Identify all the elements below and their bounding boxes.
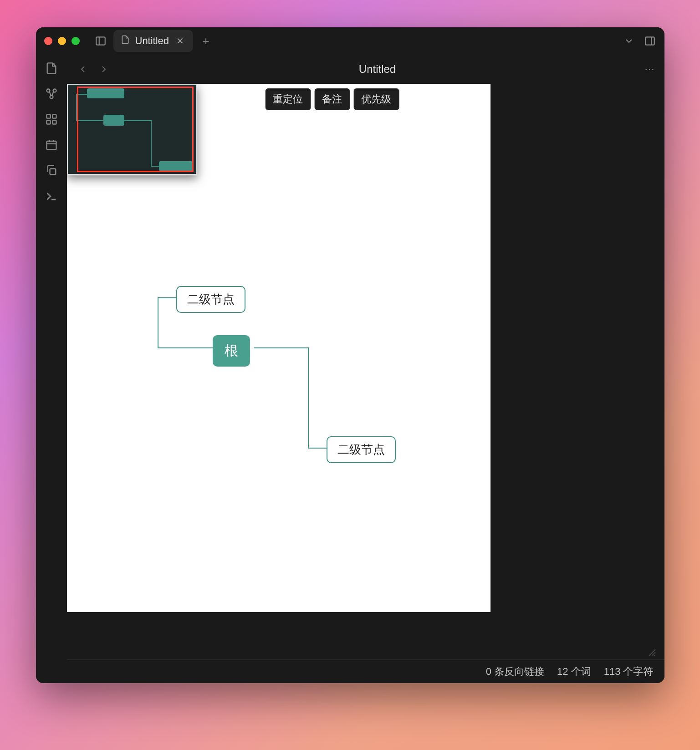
mindmap-toolbar: 重定位 备注 优先级 bbox=[265, 88, 399, 110]
file-icon bbox=[121, 35, 130, 47]
svg-rect-0 bbox=[96, 37, 105, 45]
grid-icon[interactable] bbox=[44, 112, 59, 127]
activity-bar bbox=[36, 55, 67, 683]
svg-line-9 bbox=[52, 92, 54, 95]
resize-handle[interactable] bbox=[648, 648, 656, 657]
status-backlinks[interactable]: 0 条反向链接 bbox=[486, 665, 544, 679]
mindmap-node-root[interactable]: 根 bbox=[213, 335, 250, 367]
svg-rect-11 bbox=[52, 115, 56, 118]
svg-rect-10 bbox=[46, 115, 50, 118]
svg-rect-2 bbox=[645, 37, 654, 45]
svg-line-8 bbox=[49, 92, 51, 95]
titlebar: Untitled ✕ + bbox=[36, 27, 664, 55]
files-icon[interactable] bbox=[44, 61, 59, 76]
body: Untitled ⋯ bbox=[36, 55, 664, 683]
status-char-count[interactable]: 113 个字符 bbox=[604, 665, 654, 679]
terminal-icon[interactable] bbox=[44, 189, 59, 203]
nav-forward-button[interactable] bbox=[97, 62, 111, 76]
svg-rect-18 bbox=[50, 169, 56, 175]
mindmap-node-child[interactable]: 二级节点 bbox=[176, 286, 245, 313]
note-button[interactable]: 备注 bbox=[314, 88, 350, 110]
editor: 重定位 备注 优先级 二级节点 根 bbox=[67, 84, 664, 659]
minimap[interactable] bbox=[67, 84, 197, 175]
priority-button[interactable]: 优先级 bbox=[353, 88, 399, 110]
tab-title: Untitled bbox=[135, 35, 169, 47]
traffic-lights bbox=[44, 37, 80, 45]
window-close-button[interactable] bbox=[44, 37, 52, 45]
svg-rect-14 bbox=[46, 141, 56, 150]
svg-point-7 bbox=[50, 96, 53, 99]
new-tab-button[interactable]: + bbox=[197, 32, 215, 50]
window-minimize-button[interactable] bbox=[58, 37, 66, 45]
right-gutter bbox=[491, 84, 659, 659]
relocate-button[interactable]: 重定位 bbox=[265, 88, 311, 110]
svg-rect-12 bbox=[46, 120, 50, 124]
node-label: 根 bbox=[225, 343, 238, 358]
calendar-icon[interactable] bbox=[44, 138, 59, 152]
chevron-down-icon[interactable] bbox=[623, 35, 635, 47]
more-menu-button[interactable]: ⋯ bbox=[644, 63, 655, 75]
minimap-viewport[interactable] bbox=[77, 87, 194, 172]
tab-bar: Untitled ✕ + bbox=[113, 27, 616, 55]
graph-icon[interactable] bbox=[44, 87, 59, 101]
status-bar: 0 条反向链接 12 个词 113 个字符 bbox=[67, 659, 664, 683]
window-maximize-button[interactable] bbox=[72, 37, 80, 45]
document-title: Untitled bbox=[118, 63, 637, 76]
nav-back-button[interactable] bbox=[76, 62, 90, 76]
main-area: Untitled ⋯ bbox=[67, 55, 664, 683]
mindmap-node-child[interactable]: 二级节点 bbox=[327, 436, 396, 463]
toggle-left-sidebar-icon[interactable] bbox=[94, 35, 107, 47]
copy-icon[interactable] bbox=[44, 163, 59, 178]
document-header: Untitled ⋯ bbox=[67, 55, 664, 84]
mindmap-canvas[interactable]: 重定位 备注 优先级 二级节点 根 bbox=[67, 84, 491, 612]
app-window: Untitled ✕ + bbox=[36, 27, 664, 683]
status-word-count[interactable]: 12 个词 bbox=[557, 665, 591, 679]
toggle-right-sidebar-icon[interactable] bbox=[644, 35, 656, 47]
tab-close-button[interactable]: ✕ bbox=[174, 36, 186, 46]
tab-untitled[interactable]: Untitled ✕ bbox=[113, 30, 194, 52]
svg-rect-13 bbox=[52, 120, 56, 124]
svg-point-4 bbox=[53, 63, 55, 65]
node-label: 二级节点 bbox=[187, 292, 235, 306]
canvas-area: 重定位 备注 优先级 二级节点 根 bbox=[67, 84, 659, 659]
node-label: 二级节点 bbox=[337, 443, 385, 456]
